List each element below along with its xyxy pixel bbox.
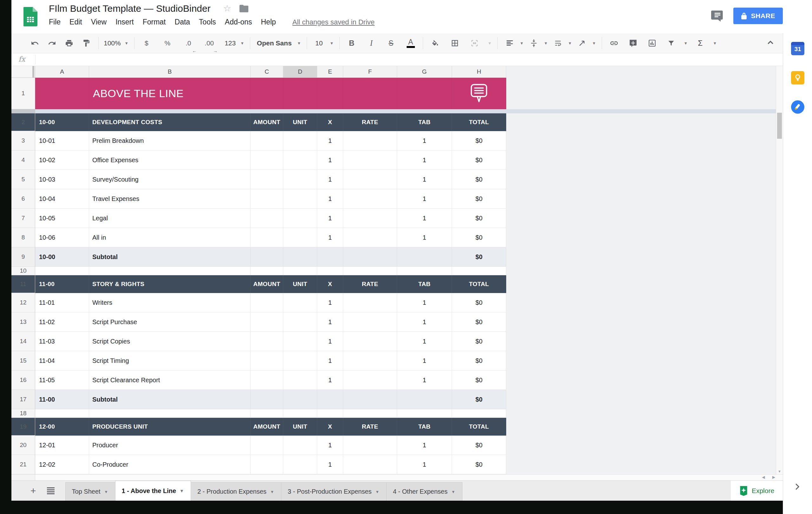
- star-icon[interactable]: ☆: [223, 4, 231, 13]
- cell-amount[interactable]: [251, 151, 283, 170]
- chevron-down-icon[interactable]: [329, 40, 334, 46]
- cell-code[interactable]: 10-04: [35, 189, 89, 209]
- row-header[interactable]: 15: [11, 351, 35, 371]
- paint-format-icon[interactable]: [79, 36, 93, 50]
- horizontal-scroll-arrows[interactable]: ◀ ▶: [762, 475, 778, 479]
- font-family-select[interactable]: Open Sans: [255, 36, 293, 50]
- cell-code[interactable]: 11-02: [35, 313, 89, 332]
- cell-code[interactable]: 10-00: [35, 113, 89, 131]
- cell-unit[interactable]: [283, 371, 317, 390]
- cell-code[interactable]: 11-00: [35, 390, 89, 409]
- cell-tab[interactable]: 1: [397, 151, 452, 170]
- banner-title[interactable]: ABOVE THE LINE: [89, 78, 251, 109]
- insert-link-icon[interactable]: [607, 36, 621, 50]
- redo-icon[interactable]: [45, 36, 59, 50]
- cell-x[interactable]: X: [317, 275, 343, 293]
- share-button[interactable]: SHARE: [733, 8, 783, 24]
- banner-cell[interactable]: [317, 78, 343, 109]
- column-header-e[interactable]: E: [317, 66, 343, 78]
- cell-code[interactable]: 12-02: [35, 455, 89, 474]
- cell-rate[interactable]: RATE: [343, 113, 397, 131]
- decrease-decimal-button[interactable]: .0←: [181, 36, 195, 50]
- cell-unit[interactable]: [283, 293, 317, 313]
- text-color-button[interactable]: A: [404, 36, 418, 50]
- cell-rate[interactable]: [343, 151, 397, 170]
- cell-tab[interactable]: 1: [397, 351, 452, 371]
- column-header-h[interactable]: H: [452, 66, 506, 78]
- cell-rate[interactable]: [343, 332, 397, 351]
- row-header[interactable]: 6: [11, 189, 35, 209]
- cell-total[interactable]: $0: [452, 293, 506, 313]
- cell-total[interactable]: $0: [452, 131, 506, 151]
- cell-description[interactable]: Prelim Breakdown: [89, 131, 251, 151]
- print-icon[interactable]: [62, 36, 76, 50]
- cell-unit[interactable]: [283, 455, 317, 474]
- cell-rate[interactable]: [343, 247, 397, 267]
- cell-rate[interactable]: [343, 455, 397, 474]
- cell-x[interactable]: [317, 247, 343, 267]
- chevron-down-icon[interactable]: [375, 489, 380, 495]
- explore-button[interactable]: Explore: [731, 481, 783, 501]
- menu-item[interactable]: Format: [143, 17, 170, 28]
- cell-rate[interactable]: [343, 409, 397, 418]
- cell-amount[interactable]: [251, 436, 283, 455]
- cell-x[interactable]: 1: [317, 228, 343, 247]
- cell-total[interactable]: [452, 409, 506, 418]
- row-header[interactable]: 17: [11, 390, 35, 409]
- insert-comment-icon[interactable]: [626, 36, 640, 50]
- row-header[interactable]: 10: [11, 267, 35, 275]
- row-header[interactable]: 19: [11, 418, 35, 436]
- sheet-tab[interactable]: 1 - Above the Line: [115, 481, 191, 501]
- row-header[interactable]: 5: [11, 170, 35, 189]
- cell-description[interactable]: Co-Producer: [89, 455, 251, 474]
- cell-code[interactable]: 10-01: [35, 131, 89, 151]
- cell-description[interactable]: STORY & RIGHTS: [89, 275, 251, 293]
- cell-unit[interactable]: [283, 390, 317, 409]
- cell-description[interactable]: Subtotal: [89, 390, 251, 409]
- cell-code[interactable]: 11-05: [35, 371, 89, 390]
- formula-bar[interactable]: fx: [11, 53, 783, 66]
- cell-total[interactable]: $0: [452, 313, 506, 332]
- row-header[interactable]: 8: [11, 228, 35, 247]
- cell-unit[interactable]: [283, 189, 317, 209]
- cell-rate[interactable]: RATE: [343, 418, 397, 436]
- menu-item[interactable]: Insert: [115, 17, 138, 28]
- undo-icon[interactable]: [28, 36, 42, 50]
- cell-tab[interactable]: 1: [397, 293, 452, 313]
- bold-button[interactable]: B: [345, 36, 359, 50]
- menu-item[interactable]: Help: [261, 17, 280, 28]
- cell-x[interactable]: 1: [317, 371, 343, 390]
- cell-description[interactable]: Script Timing: [89, 351, 251, 371]
- cell-description[interactable]: Travel Expenses: [89, 189, 251, 209]
- vertical-scrollbar-thumb[interactable]: [777, 113, 782, 139]
- zoom-select[interactable]: 100%: [104, 36, 121, 50]
- row-header[interactable]: 4: [11, 151, 35, 170]
- cell-unit[interactable]: [283, 332, 317, 351]
- cell-x[interactable]: 1: [317, 131, 343, 151]
- cell-tab[interactable]: [397, 247, 452, 267]
- cell-total[interactable]: $0: [452, 189, 506, 209]
- cell-rate[interactable]: [343, 390, 397, 409]
- cell-unit[interactable]: UNIT: [283, 275, 317, 293]
- cell-tab[interactable]: [397, 409, 452, 418]
- scroll-down-icon[interactable]: ▾: [776, 469, 783, 474]
- google-sheets-icon[interactable]: [24, 7, 37, 26]
- cell-tab[interactable]: 1: [397, 209, 452, 228]
- cell-amount[interactable]: [251, 267, 283, 275]
- chevron-down-icon[interactable]: [568, 40, 573, 46]
- strikethrough-button[interactable]: S: [384, 36, 398, 50]
- sheet-tab[interactable]: 4 - Other Expenses: [386, 482, 462, 501]
- cell-unit[interactable]: [283, 267, 317, 275]
- cell-total[interactable]: $0: [452, 247, 506, 267]
- cell-total[interactable]: $0: [452, 455, 506, 474]
- menu-item[interactable]: Data: [175, 17, 195, 28]
- cell-description[interactable]: DEVELOPMENT COSTS: [89, 113, 251, 131]
- document-title[interactable]: FIlm Budget Template — StudioBinder: [49, 3, 211, 15]
- cell-description[interactable]: Script Copies: [89, 332, 251, 351]
- cell-code[interactable]: 11-01: [35, 293, 89, 313]
- cell-unit[interactable]: [283, 151, 317, 170]
- cell-total[interactable]: TOTAL: [452, 275, 506, 293]
- cell-code[interactable]: [35, 267, 89, 275]
- borders-icon[interactable]: [448, 36, 462, 50]
- cell-code[interactable]: 10-06: [35, 228, 89, 247]
